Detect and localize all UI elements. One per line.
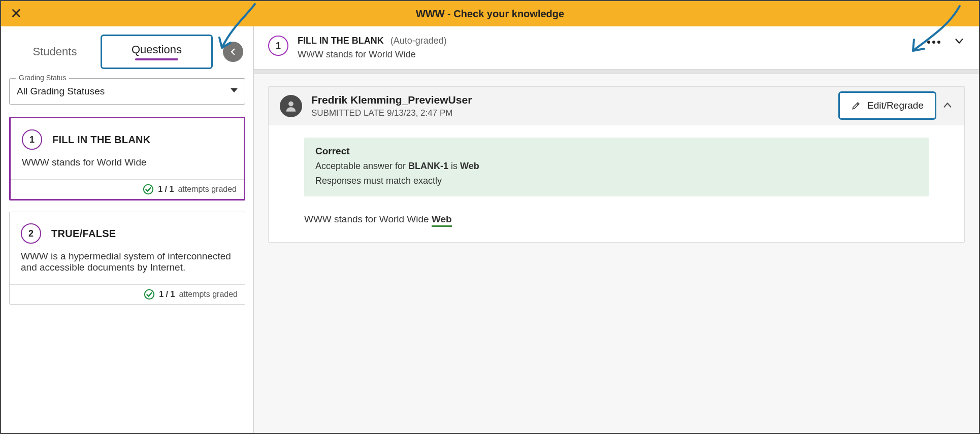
tab-underline (135, 58, 178, 60)
check-circle-icon (144, 289, 155, 300)
chevron-left-icon (228, 47, 238, 56)
pencil-icon (851, 101, 861, 111)
question-number-badge: 1 (268, 36, 288, 56)
submission-user-block: Fredrik Klemming_PreviewUser SUBMITTED L… (311, 94, 472, 118)
question-title-line: FILL IN THE BLANK (Auto-graded) (298, 36, 447, 46)
question-text: WWW stands for World Wide (11, 155, 244, 179)
answer-stem: WWW stands for World Wide (304, 214, 432, 224)
avatar (280, 95, 302, 117)
body: Students Questions Grading Status All Gr… (1, 26, 979, 433)
more-options-button[interactable] (927, 41, 940, 44)
grading-status-legend: Grading Status (16, 74, 69, 82)
svg-point-2 (288, 102, 293, 107)
match-note: Responses must match exactly (315, 176, 918, 186)
graded-count: 1 / 1 (159, 290, 175, 299)
grading-status-select[interactable]: Grading Status All Grading Statuses (9, 78, 245, 105)
question-header-text: FILL IN THE BLANK (Auto-graded) WWW stan… (298, 36, 447, 60)
main-panel: 1 FILL IN THE BLANK (Auto-graded) WWW st… (254, 26, 979, 433)
tab-questions[interactable]: Questions (101, 35, 213, 69)
tab-questions-label: Questions (132, 43, 182, 56)
close-icon[interactable]: ✕ (10, 7, 22, 21)
auto-graded-label: (Auto-graded) (390, 36, 447, 46)
edit-regrade-label: Edit/Regrade (867, 100, 924, 111)
question-type-label: TRUE/FALSE (51, 228, 116, 240)
question-header: 1 FILL IN THE BLANK (Auto-graded) WWW st… (254, 26, 979, 70)
question-card-head: 1 FILL IN THE BLANK (11, 118, 244, 155)
svg-point-1 (145, 290, 154, 299)
blank-id: BLANK-1 (408, 161, 448, 171)
question-number-badge: 2 (21, 223, 41, 244)
dropdown-caret-icon (231, 87, 238, 96)
chevron-up-icon (942, 99, 953, 111)
correct-answer-box: Correct Acceptable answer for BLANK-1 is… (304, 138, 929, 196)
check-circle-icon (143, 184, 154, 195)
question-card-2[interactable]: 2 TRUE/FALSE WWW is a hypermedial system… (9, 212, 245, 305)
graded-label: attempts graded (178, 185, 237, 194)
collapse-sidebar-button[interactable] (223, 42, 243, 62)
question-header-actions (927, 36, 965, 49)
question-footer: 1 / 1 attempts graded (10, 284, 245, 304)
svg-point-0 (144, 185, 153, 194)
tab-questions-wrap: Questions (101, 35, 213, 69)
acceptable-answer-line: Acceptable answer for BLANK-1 is Web (315, 161, 918, 172)
question-stem: WWW stands for World Wide (298, 49, 447, 60)
submission-meta: SUBMITTED LATE 9/13/23, 2:47 PM (311, 108, 472, 118)
divider-stripe (254, 70, 979, 74)
expand-question-button[interactable] (954, 36, 965, 49)
student-answer-line: WWW stands for World Wide Web (304, 214, 929, 225)
tab-students[interactable]: Students (9, 37, 101, 66)
submission-body: Correct Acceptable answer for BLANK-1 is… (269, 125, 964, 242)
question-type-label: FILL IN THE BLANK (52, 134, 151, 146)
accept-prefix: Acceptable answer for (315, 161, 408, 171)
chevron-down-icon (954, 36, 965, 47)
student-answer: Web (432, 214, 452, 227)
app-window: ✕ WWW - Check your knowledge Students Qu… (0, 0, 980, 434)
question-number-badge: 1 (22, 129, 42, 150)
collapse-submission-button[interactable] (942, 99, 953, 113)
sidebar: Students Questions Grading Status All Gr… (1, 26, 254, 433)
question-card-head: 2 TRUE/FALSE (10, 212, 245, 249)
correct-label: Correct (315, 146, 918, 157)
grading-status-value: All Grading Statuses (17, 86, 238, 97)
graded-count: 1 / 1 (158, 185, 174, 194)
edit-regrade-menu-item[interactable]: Edit/Regrade (838, 91, 936, 120)
graded-label: attempts graded (179, 290, 238, 299)
submission-user-name: Fredrik Klemming_PreviewUser (311, 94, 472, 106)
accept-answer: Web (460, 161, 479, 171)
page-title: WWW - Check your knowledge (416, 8, 564, 20)
title-bar: ✕ WWW - Check your knowledge (1, 1, 979, 26)
question-footer: 1 / 1 attempts graded (11, 179, 244, 199)
question-text: WWW is a hypermedial system of interconn… (10, 249, 245, 284)
question-type-label: FILL IN THE BLANK (298, 36, 384, 46)
question-card-1[interactable]: 1 FILL IN THE BLANK WWW stands for World… (9, 117, 245, 201)
sidebar-tabs: Students Questions (9, 35, 245, 69)
person-icon (284, 99, 298, 113)
accept-mid: is (448, 161, 460, 171)
